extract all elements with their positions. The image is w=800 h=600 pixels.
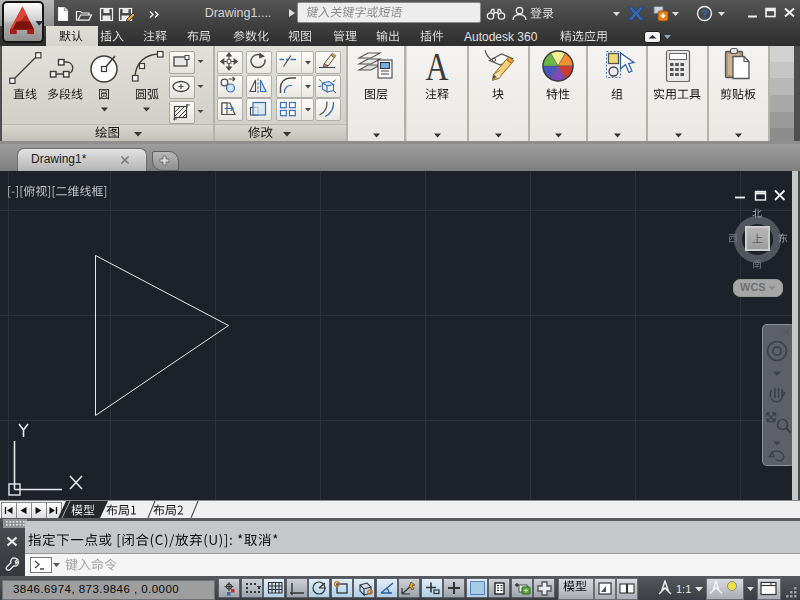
- svg-text:A: A: [426, 48, 449, 84]
- svg-text:?: ?: [701, 8, 708, 20]
